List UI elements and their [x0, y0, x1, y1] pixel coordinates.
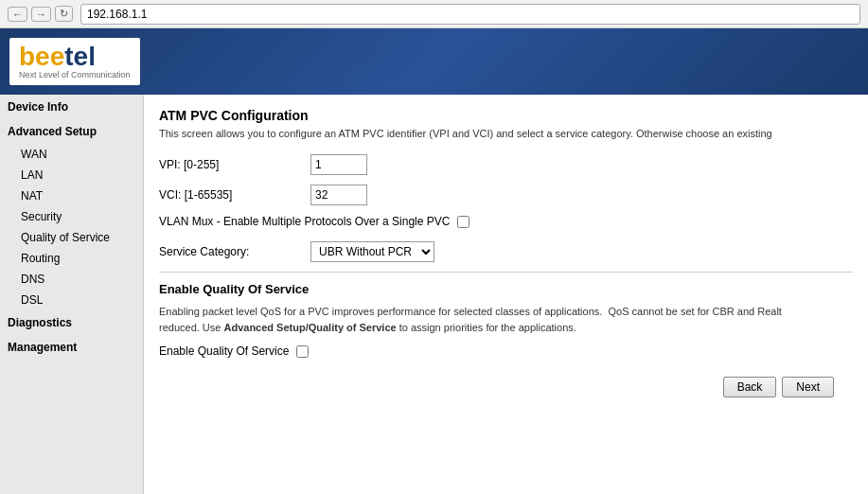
vpi-input[interactable] — [310, 154, 367, 175]
service-category-label: Service Category: — [159, 245, 310, 258]
vlan-mux-label: VLAN Mux - Enable Multiple Protocols Ove… — [159, 215, 450, 228]
main-layout: Device Info Advanced Setup WAN LAN NAT S… — [0, 95, 868, 494]
vci-row: VCI: [1-65535] — [159, 185, 853, 205]
qos-desc: Enabling packet level QoS for a PVC impr… — [159, 304, 822, 335]
sidebar-item-dns[interactable]: DNS — [0, 269, 143, 290]
vpi-label: VPI: [0-255] — [159, 158, 310, 171]
sidebar-item-security[interactable]: Security — [0, 206, 143, 227]
divider — [159, 272, 853, 273]
vci-input[interactable] — [310, 185, 367, 205]
vlan-mux-checkbox[interactable] — [457, 216, 469, 228]
content-area: ATM PVC Configuration This screen allows… — [144, 95, 868, 494]
back-browser-button[interactable]: ← — [8, 7, 27, 22]
sidebar-item-management[interactable]: Management — [0, 335, 143, 360]
vpi-row: VPI: [0-255] — [159, 154, 853, 175]
enable-qos-row: Enable Quality Of Service — [159, 344, 853, 358]
service-category-select[interactable]: UBR Without PCR UBR With PCR CBR Non Rea… — [310, 241, 434, 262]
button-row: Back Next — [159, 377, 853, 397]
header: beetel Next Level of Communication — [0, 28, 868, 95]
logo-tagline: Next Level of Communication — [19, 70, 131, 79]
sidebar-item-diagnostics[interactable]: Diagnostics — [0, 310, 143, 335]
sidebar-item-advanced-setup[interactable]: Advanced Setup — [0, 119, 143, 144]
back-button[interactable]: Back — [723, 377, 777, 397]
service-category-row: Service Category: UBR Without PCR UBR Wi… — [159, 241, 853, 262]
logo-tel: tel — [64, 44, 96, 70]
sidebar-item-dsl[interactable]: DSL — [0, 290, 143, 310]
vlan-mux-row: VLAN Mux - Enable Multiple Protocols Ove… — [159, 215, 853, 228]
next-button[interactable]: Next — [782, 377, 834, 397]
logo-bee: bee — [19, 44, 64, 70]
sidebar-item-device-info[interactable]: Device Info — [0, 95, 143, 119]
enable-qos-label: Enable Quality Of Service — [159, 344, 289, 358]
page-title: ATM PVC Configuration — [159, 108, 853, 123]
sidebar: Device Info Advanced Setup WAN LAN NAT S… — [0, 95, 144, 494]
browser-controls: ← → ↻ — [8, 6, 73, 22]
sidebar-item-nat[interactable]: NAT — [0, 185, 143, 206]
sidebar-item-lan[interactable]: LAN — [0, 165, 143, 185]
qos-link: Advanced Setup/Quality of Service — [223, 322, 396, 333]
sidebar-item-routing[interactable]: Routing — [0, 248, 143, 269]
address-bar[interactable] — [80, 4, 860, 25]
enable-qos-checkbox[interactable] — [296, 345, 309, 358]
refresh-browser-button[interactable]: ↻ — [55, 6, 73, 22]
qos-section-title: Enable Quality Of Service — [159, 282, 853, 296]
page-desc: This screen allows you to configure an A… — [159, 127, 853, 141]
sidebar-item-wan[interactable]: WAN — [0, 144, 143, 165]
sidebar-item-quality-of-service[interactable]: Quality of Service — [0, 227, 143, 248]
vci-label: VCI: [1-65535] — [159, 188, 310, 202]
browser-bar: ← → ↻ — [0, 0, 868, 28]
forward-browser-button[interactable]: → — [31, 7, 51, 22]
logo: beetel Next Level of Communication — [9, 38, 140, 85]
